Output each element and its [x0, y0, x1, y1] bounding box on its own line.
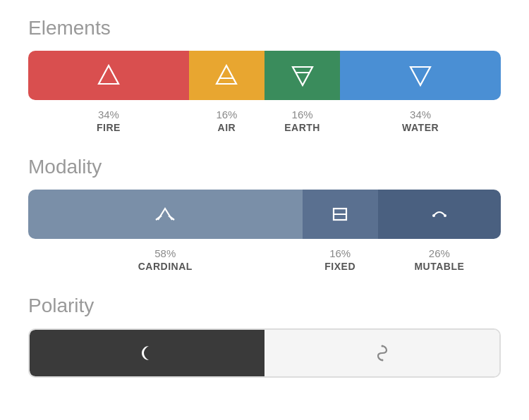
label-water: 34% WATER [340, 109, 501, 133]
modality-labels: 58% CARDINAL 16% FIXED 26% MUTABLE [28, 247, 501, 272]
polarity-yang [264, 330, 499, 376]
modality-bar [28, 190, 501, 239]
polarity-container [28, 328, 501, 378]
fire-icon [96, 63, 121, 88]
element-fire [28, 51, 189, 100]
elements-title: Elements [28, 17, 501, 39]
label-fixed: 16% FIXED [303, 247, 378, 272]
label-cardinal: 58% CARDINAL [28, 247, 303, 272]
label-mutable: 26% MUTABLE [378, 247, 501, 272]
modality-fixed [303, 190, 378, 239]
cardinal-icon [152, 202, 178, 227]
air-icon [214, 63, 239, 88]
label-fire: 34% FIRE [28, 109, 189, 133]
svg-marker-3 [293, 67, 312, 85]
svg-marker-1 [217, 66, 236, 84]
polarity-bar [28, 328, 501, 378]
mutable-icon [427, 202, 452, 227]
fixed-icon [327, 202, 353, 227]
elements-labels: 34% FIRE 16% AIR 16% EARTH 34% WATER [28, 109, 501, 133]
polarity-yin [30, 330, 264, 376]
label-air: 16% AIR [189, 109, 264, 133]
svg-point-12 [381, 359, 383, 362]
elements-bar [28, 51, 501, 100]
polarity-title: Polarity [28, 295, 501, 317]
modality-mutable [378, 190, 501, 239]
modality-title: Modality [28, 156, 501, 178]
label-earth: 16% EARTH [264, 109, 340, 133]
element-earth [264, 51, 340, 100]
svg-marker-5 [411, 67, 430, 85]
modality-cardinal [28, 190, 303, 239]
svg-marker-0 [99, 66, 118, 84]
element-air [189, 51, 264, 100]
svg-point-11 [444, 214, 446, 217]
svg-point-10 [432, 214, 435, 217]
element-water [340, 51, 501, 100]
earth-icon [290, 63, 315, 88]
yin-icon [135, 340, 160, 366]
yang-icon [370, 340, 395, 366]
svg-point-13 [381, 345, 383, 347]
water-icon [408, 63, 433, 88]
